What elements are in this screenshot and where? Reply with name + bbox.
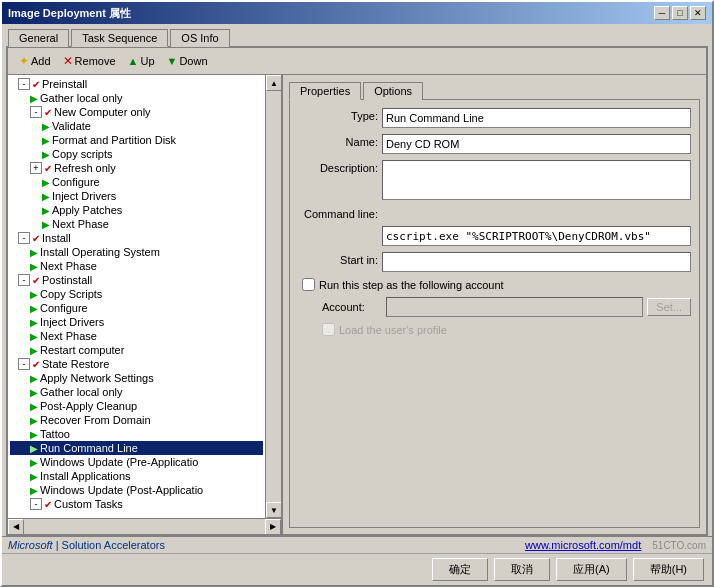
- arrow-next-phase-1: ▶: [42, 219, 50, 230]
- tab-os-info[interactable]: OS Info: [170, 29, 229, 47]
- tree-item-state-restore[interactable]: - ✔ State Restore: [10, 357, 263, 371]
- expand-install[interactable]: -: [18, 232, 30, 244]
- arrow-gather-local: ▶: [30, 93, 38, 104]
- description-input[interactable]: [382, 160, 691, 200]
- tree-scrollbar[interactable]: ▲ ▼: [265, 75, 281, 518]
- check-install: ✔: [32, 233, 40, 244]
- scroll-right-button[interactable]: ▶: [265, 519, 281, 535]
- command-line-input-row: [298, 226, 691, 246]
- expand-preinstall[interactable]: -: [18, 78, 30, 90]
- up-button[interactable]: ▲ Up: [123, 53, 160, 69]
- tree-item-restart-computer[interactable]: ▶ Restart computer: [10, 343, 263, 357]
- tree-label-install-os: Install Operating System: [40, 246, 160, 258]
- tree-item-run-command-line[interactable]: ▶ Run Command Line: [10, 441, 263, 455]
- tree-item-copy-scripts-1[interactable]: ▶ Copy scripts: [10, 147, 263, 161]
- check-new-computer: ✔: [44, 107, 52, 118]
- check-custom-tasks: ✔: [44, 499, 52, 510]
- tree-item-post-apply-cleanup[interactable]: ▶ Post-Apply Cleanup: [10, 399, 263, 413]
- type-input[interactable]: [382, 108, 691, 128]
- tree-item-next-phase-2[interactable]: ▶ Next Phase: [10, 259, 263, 273]
- tree-item-windows-update-pre[interactable]: ▶ Windows Update (Pre-Applicatio: [10, 455, 263, 469]
- footer-right: www.microsoft.com/mdt 51CTO.com: [525, 539, 706, 551]
- scroll-left-button[interactable]: ◀: [8, 519, 24, 535]
- maximize-button[interactable]: □: [672, 6, 688, 20]
- type-row: Type:: [298, 108, 691, 128]
- run-as-checkbox[interactable]: [302, 278, 315, 291]
- down-button[interactable]: ▼ Down: [162, 53, 213, 69]
- arrow-post-apply-cleanup: ▶: [30, 401, 38, 412]
- expand-new-computer[interactable]: -: [30, 106, 42, 118]
- start-in-label: Start in:: [298, 252, 378, 266]
- tree-item-refresh-only[interactable]: + ✔ Refresh only: [10, 161, 263, 175]
- tree-item-gather-local[interactable]: ▶ Gather local only: [10, 91, 263, 105]
- scroll-up-button[interactable]: ▲: [266, 75, 281, 91]
- tree-item-postinstall[interactable]: - ✔ Postinstall: [10, 273, 263, 287]
- tree-container[interactable]: - ✔ Preinstall ▶ Gather local only - ✔ N…: [8, 75, 265, 518]
- tree-item-custom-tasks[interactable]: - ✔ Custom Tasks: [10, 497, 263, 511]
- ms-logo: Microsoft: [8, 539, 53, 551]
- add-button[interactable]: ✦ Add: [14, 52, 56, 70]
- start-in-input[interactable]: [382, 252, 691, 272]
- tree-item-next-phase-1[interactable]: ▶ Next Phase: [10, 217, 263, 231]
- properties-tabs: Properties Options: [289, 81, 700, 99]
- ms-url-link[interactable]: www.microsoft.com/mdt: [525, 539, 641, 551]
- window-title: Image Deployment 属性: [8, 6, 131, 21]
- ok-button[interactable]: 确定: [432, 558, 488, 581]
- expand-postinstall[interactable]: -: [18, 274, 30, 286]
- close-button[interactable]: ✕: [690, 6, 706, 20]
- tree-item-configure-2[interactable]: ▶ Configure: [10, 301, 263, 315]
- scroll-down-button[interactable]: ▼: [266, 502, 281, 518]
- remove-button[interactable]: ✕ Remove: [58, 52, 121, 70]
- arrow-install-applications: ▶: [30, 471, 38, 482]
- set-button[interactable]: Set...: [647, 298, 691, 316]
- command-line-input[interactable]: [382, 226, 691, 246]
- tree-label-format: Format and Partition Disk: [52, 134, 176, 146]
- arrow-copy-scripts-2: ▶: [30, 289, 38, 300]
- tree-item-recover-from-domain[interactable]: ▶ Recover From Domain: [10, 413, 263, 427]
- tree-item-copy-scripts-2[interactable]: ▶ Copy Scripts: [10, 287, 263, 301]
- account-input[interactable]: [386, 297, 643, 317]
- tab-properties[interactable]: Properties: [289, 82, 361, 100]
- tree-item-configure-1[interactable]: ▶ Configure: [10, 175, 263, 189]
- tree-item-inject-drivers-2[interactable]: ▶ Inject Drivers: [10, 315, 263, 329]
- tree-label-recover-from-domain: Recover From Domain: [40, 414, 151, 426]
- tab-options[interactable]: Options: [363, 82, 423, 100]
- cancel-button[interactable]: 取消: [494, 558, 550, 581]
- load-profile-checkbox[interactable]: [322, 323, 335, 336]
- tree-item-apply-network[interactable]: ▶ Apply Network Settings: [10, 371, 263, 385]
- tree-item-format[interactable]: ▶ Format and Partition Disk: [10, 133, 263, 147]
- arrow-recover-from-domain: ▶: [30, 415, 38, 426]
- expand-state-restore[interactable]: -: [18, 358, 30, 370]
- tree-item-gather-local-2[interactable]: ▶ Gather local only: [10, 385, 263, 399]
- tree-item-next-phase-3[interactable]: ▶ Next Phase: [10, 329, 263, 343]
- tree-hscrollbar[interactable]: ◀ ▶: [8, 518, 281, 534]
- expand-refresh-only[interactable]: +: [30, 162, 42, 174]
- tab-general[interactable]: General: [8, 29, 69, 47]
- tree-item-windows-update-post[interactable]: ▶ Windows Update (Post-Applicatio: [10, 483, 263, 497]
- arrow-next-phase-3: ▶: [30, 331, 38, 342]
- tree-item-install[interactable]: - ✔ Install: [10, 231, 263, 245]
- tree-item-apply-patches-1[interactable]: ▶ Apply Patches: [10, 203, 263, 217]
- tree-item-new-computer[interactable]: - ✔ New Computer only: [10, 105, 263, 119]
- help-button[interactable]: 帮助(H): [633, 558, 704, 581]
- tree-label-restart-computer: Restart computer: [40, 344, 124, 356]
- apply-button[interactable]: 应用(A): [556, 558, 627, 581]
- name-input[interactable]: [382, 134, 691, 154]
- arrow-validate: ▶: [42, 121, 50, 132]
- description-label: Description:: [298, 160, 378, 174]
- tree-item-install-applications[interactable]: ▶ Install Applications: [10, 469, 263, 483]
- minimize-button[interactable]: ─: [654, 6, 670, 20]
- tree-item-tattoo[interactable]: ▶ Tattoo: [10, 427, 263, 441]
- tree-item-preinstall[interactable]: - ✔ Preinstall: [10, 77, 263, 91]
- tree-label-install-applications: Install Applications: [40, 470, 131, 482]
- title-bar-controls: ─ □ ✕: [654, 6, 706, 20]
- expand-custom-tasks[interactable]: -: [30, 498, 42, 510]
- down-icon: ▼: [167, 55, 178, 67]
- tab-task-sequence[interactable]: Task Sequence: [71, 29, 168, 47]
- scroll-track[interactable]: [266, 91, 281, 502]
- arrow-windows-update-post: ▶: [30, 485, 38, 496]
- tree-item-inject-drivers-1[interactable]: ▶ Inject Drivers: [10, 189, 263, 203]
- tree-item-validate[interactable]: ▶ Validate: [10, 119, 263, 133]
- tree-item-install-os[interactable]: ▶ Install Operating System: [10, 245, 263, 259]
- run-as-label: Run this step as the following account: [319, 279, 504, 291]
